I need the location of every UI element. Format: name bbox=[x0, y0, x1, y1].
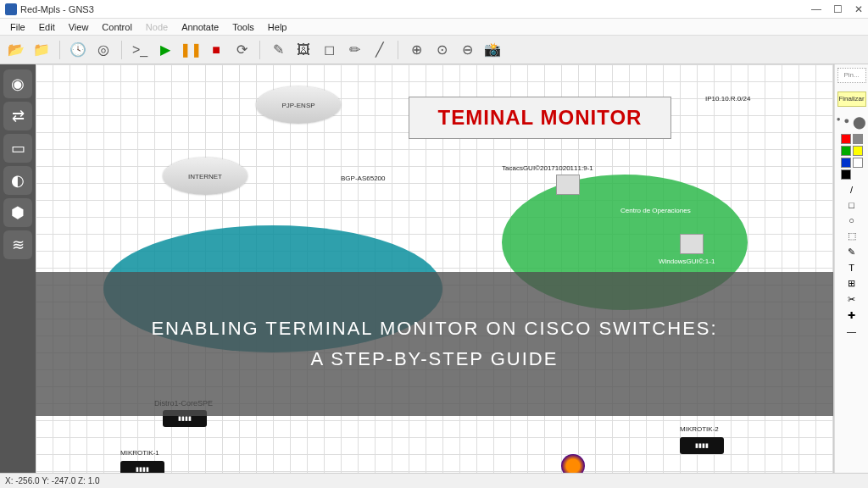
screenshot-button[interactable]: 📸 bbox=[481, 39, 504, 61]
close-button[interactable]: ✕ bbox=[854, 3, 863, 15]
zoom-in-button[interactable]: ⊕ bbox=[405, 39, 427, 61]
menu-view[interactable]: View bbox=[62, 20, 96, 34]
menu-edit[interactable]: Edit bbox=[32, 20, 62, 34]
win-label: WindowsGUI©:1-1 bbox=[659, 258, 715, 265]
minimize-button[interactable]: — bbox=[811, 3, 821, 15]
color-palette bbox=[841, 134, 863, 180]
color-yellow[interactable] bbox=[853, 146, 863, 156]
mkt1-label: MIKROTIK-1 bbox=[120, 449, 159, 457]
menu-control[interactable]: Control bbox=[95, 20, 138, 34]
finalize-button[interactable]: Finalizar bbox=[837, 92, 866, 107]
menubar: File Edit View Control Node Annotate Too… bbox=[0, 19, 868, 36]
text-button[interactable]: ✏ bbox=[343, 39, 365, 61]
ip-label: IP10.10.R.0/24 bbox=[705, 95, 750, 103]
line-button[interactable]: ╱ bbox=[369, 39, 391, 61]
save-project-button[interactable]: 📁 bbox=[31, 39, 53, 61]
menu-tools[interactable]: Tools bbox=[225, 20, 261, 34]
overlay-line2: A STEP-BY-STEP GUIDE bbox=[311, 348, 559, 370]
maximize-button[interactable]: ☐ bbox=[833, 3, 843, 15]
app-icon bbox=[5, 3, 17, 15]
ops-label: Centro de Operaciones bbox=[620, 207, 691, 214]
pause-all-button[interactable]: ❚❚ bbox=[180, 39, 202, 61]
pin-button[interactable]: Pin... bbox=[837, 68, 866, 83]
mikrotik1-node[interactable]: ▮▮▮▮ bbox=[120, 461, 164, 473]
status-coords: X: -256.0 Y: -247.0 Z: 1.0 bbox=[5, 476, 100, 485]
focus-button[interactable]: ◎ bbox=[92, 39, 114, 61]
line-tool-icon[interactable]: / bbox=[850, 185, 853, 195]
window-title: Red-Mpls - GNS3 bbox=[20, 4, 94, 14]
routers-icon[interactable]: ◉ bbox=[3, 69, 32, 98]
start-all-button[interactable]: ▶ bbox=[154, 39, 176, 61]
all-devices-icon[interactable]: ⬢ bbox=[3, 198, 32, 227]
link-tool-icon[interactable]: ≋ bbox=[3, 230, 32, 259]
mikrotik2-node[interactable]: ▮▮▮▮ bbox=[680, 437, 724, 454]
zoom-out-button[interactable]: ⊖ bbox=[456, 39, 478, 61]
switches-icon[interactable]: ⇄ bbox=[3, 102, 32, 130]
minus-tool-icon[interactable]: — bbox=[847, 326, 856, 336]
image-button[interactable]: 🖼 bbox=[292, 39, 314, 61]
security-icon[interactable]: ◐ bbox=[3, 166, 32, 195]
brush-big-icon[interactable]: ⬤ bbox=[853, 115, 866, 129]
rect-tool-icon[interactable]: □ bbox=[849, 200, 854, 210]
text-tool-icon[interactable]: T bbox=[849, 263, 854, 273]
toolbar: 📂 📁 🕓 ◎ >_ ▶ ❚❚ ■ ⟳ ✎ 🖼 ◻ ✏ ╱ ⊕ ⊙ ⊖ 📸 bbox=[0, 36, 868, 64]
edit-button[interactable]: ✎ bbox=[267, 39, 289, 61]
reload-all-button[interactable]: ⟳ bbox=[231, 39, 253, 61]
color-blue[interactable] bbox=[841, 158, 851, 168]
circle-tool-icon[interactable]: ○ bbox=[849, 215, 854, 225]
title-banner: TEMINAL MONITOR bbox=[409, 97, 671, 139]
open-project-button[interactable]: 📂 bbox=[5, 39, 27, 61]
node-info-button[interactable]: 🕓 bbox=[67, 39, 89, 61]
stop-all-button[interactable]: ■ bbox=[205, 39, 227, 61]
firefox-node[interactable] bbox=[561, 454, 585, 473]
console-all-button[interactable]: >_ bbox=[129, 39, 151, 61]
separator bbox=[121, 41, 122, 59]
menu-annotate[interactable]: Annotate bbox=[175, 20, 225, 34]
cloud-node-pjp[interactable]: PJP-ENSP bbox=[256, 86, 341, 124]
article-overlay: ENABLING TERMINAL MONITOR ON CISCO SWITC… bbox=[36, 272, 833, 416]
color-red[interactable] bbox=[841, 134, 851, 144]
color-black[interactable] bbox=[841, 169, 851, 180]
mkt2-label: MIKROTIK-2 bbox=[680, 425, 719, 433]
annotation-toolbar: Pin... Finalizar ● ● ⬤ / □ ○ ⬚ ✎ T ⊞ ✂ ✚… bbox=[834, 64, 868, 473]
grid-tool-icon[interactable]: ⊞ bbox=[848, 278, 855, 289]
tacacs-label: TacacsGUI©20171020111:9-1 bbox=[502, 164, 593, 172]
color-gray[interactable] bbox=[853, 134, 863, 144]
windows-node[interactable] bbox=[680, 234, 704, 254]
menu-help[interactable]: Help bbox=[261, 20, 294, 34]
brush-small-icon[interactable]: ● bbox=[837, 115, 841, 129]
cloud-node-internet[interactable]: INTERNET bbox=[163, 158, 248, 195]
separator bbox=[259, 41, 260, 59]
separator bbox=[59, 41, 60, 59]
menu-file[interactable]: File bbox=[3, 20, 32, 34]
tacacs-node[interactable] bbox=[556, 175, 580, 195]
select-tool-icon[interactable]: ⬚ bbox=[848, 230, 856, 241]
color-white[interactable] bbox=[853, 158, 863, 168]
overlay-line1: ENABLING TERMINAL MONITOR ON CISCO SWITC… bbox=[151, 318, 717, 340]
menu-node[interactable]: Node bbox=[139, 20, 175, 34]
add-tool-icon[interactable]: ✚ bbox=[848, 310, 855, 321]
zoom-reset-button[interactable]: ⊙ bbox=[431, 39, 453, 61]
pen-tool-icon[interactable]: ✎ bbox=[848, 247, 855, 258]
pc-icon[interactable]: ▭ bbox=[3, 134, 32, 163]
separator bbox=[398, 41, 398, 59]
shape-button[interactable]: ◻ bbox=[318, 39, 340, 61]
device-toolbar: ◉ ⇄ ▭ ◐ ⬢ ≋ bbox=[0, 64, 36, 473]
brush-med-icon[interactable]: ● bbox=[844, 115, 850, 129]
color-green[interactable] bbox=[841, 146, 851, 156]
cut-tool-icon[interactable]: ✂ bbox=[848, 294, 855, 305]
bgp-label: BGP-AS65200 bbox=[341, 175, 385, 182]
topology-canvas[interactable]: PJP-ENSP INTERNET TEMINAL MONITOR IP10.1… bbox=[36, 64, 834, 473]
